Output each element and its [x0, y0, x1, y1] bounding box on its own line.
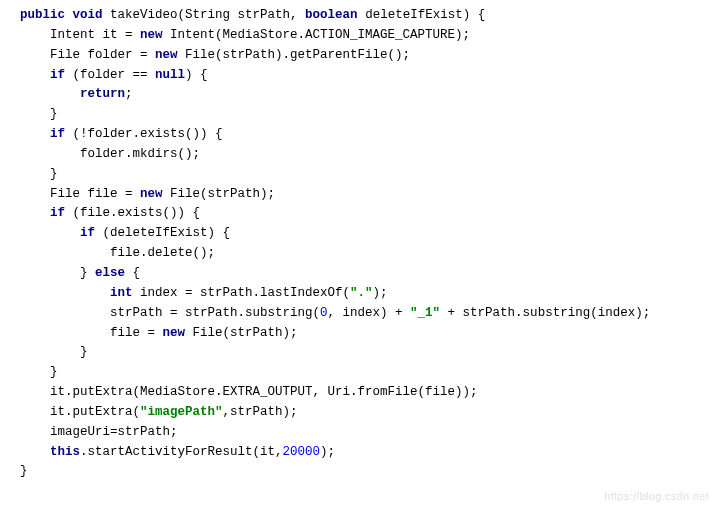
- code-block: public void takeVideo(String strPath, bo…: [0, 0, 723, 488]
- code-line: }: [20, 365, 58, 379]
- code-line: return;: [20, 87, 133, 101]
- number-literal: 20000: [283, 445, 321, 459]
- method-name: takeVideo: [110, 8, 178, 22]
- code-line: if (!folder.exists()) {: [20, 127, 223, 141]
- code-line: if (file.exists()) {: [20, 206, 200, 220]
- string-literal: "imagePath": [140, 405, 223, 419]
- code-line: if (deleteIfExist) {: [20, 226, 230, 240]
- keyword-new: new: [155, 48, 178, 62]
- keyword-int: int: [110, 286, 133, 300]
- code-line: }: [20, 464, 28, 478]
- code-line: public void takeVideo(String strPath, bo…: [20, 8, 485, 22]
- keyword-return: return: [80, 87, 125, 101]
- keyword-public: public: [20, 8, 65, 22]
- keyword-void: void: [73, 8, 103, 22]
- keyword-else: else: [95, 266, 125, 280]
- keyword-new: new: [163, 326, 186, 340]
- code-line: strPath = strPath.substring(0, index) + …: [20, 306, 650, 320]
- code-line: it.putExtra("imagePath",strPath);: [20, 405, 298, 419]
- code-line: File file = new File(strPath);: [20, 187, 275, 201]
- keyword-if: if: [50, 68, 65, 82]
- keyword-null: null: [155, 68, 185, 82]
- number-literal: 0: [320, 306, 328, 320]
- string-literal: "_1": [410, 306, 440, 320]
- code-line: file.delete();: [20, 246, 215, 260]
- string-literal: ".": [350, 286, 373, 300]
- code-line: }: [20, 167, 58, 181]
- keyword-boolean: boolean: [305, 8, 358, 22]
- code-line: this.startActivityForResult(it,20000);: [20, 445, 335, 459]
- code-line: int index = strPath.lastIndexOf(".");: [20, 286, 388, 300]
- code-line: file = new File(strPath);: [20, 326, 298, 340]
- keyword-this: this: [50, 445, 80, 459]
- code-line: imageUri=strPath;: [20, 425, 178, 439]
- keyword-if: if: [80, 226, 95, 240]
- code-line: }: [20, 107, 58, 121]
- code-line: Intent it = new Intent(MediaStore.ACTION…: [20, 28, 470, 42]
- keyword-new: new: [140, 187, 163, 201]
- watermark-text: https://blog.csdn.net: [604, 490, 709, 502]
- code-line: File folder = new File(strPath).getParen…: [20, 48, 410, 62]
- code-line: }: [20, 345, 88, 359]
- code-line: it.putExtra(MediaStore.EXTRA_OUTPUT, Uri…: [20, 385, 478, 399]
- code-line: } else {: [20, 266, 140, 280]
- code-line: if (folder == null) {: [20, 68, 208, 82]
- keyword-if: if: [50, 206, 65, 220]
- keyword-if: if: [50, 127, 65, 141]
- keyword-new: new: [140, 28, 163, 42]
- code-line: folder.mkdirs();: [20, 147, 200, 161]
